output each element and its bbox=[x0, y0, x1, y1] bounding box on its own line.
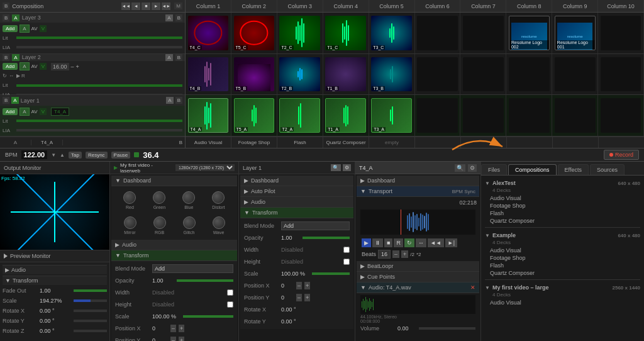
layer2-clip-4[interactable]: T1_B bbox=[323, 54, 369, 95]
layer3-ab[interactable]: A bbox=[165, 14, 172, 21]
layer2-clip-7[interactable] bbox=[460, 54, 506, 95]
knob-red[interactable] bbox=[123, 191, 136, 204]
layer3-clip-2[interactable]: T5_C bbox=[231, 13, 277, 53]
layer3-v-btn[interactable]: V bbox=[40, 25, 47, 32]
layer3-av-btn[interactable]: AV bbox=[31, 26, 38, 31]
t4a-stop-btn[interactable]: ■ bbox=[384, 238, 392, 247]
prev-frame-btn[interactable]: ◄ bbox=[131, 3, 140, 10]
record-btn[interactable]: Record bbox=[604, 150, 639, 160]
l1-scale-value[interactable]: 100.00 % bbox=[281, 271, 309, 277]
posy-plus[interactable]: + bbox=[179, 337, 184, 341]
layer1-dashboard-header[interactable]: ▶ Dashboard bbox=[240, 176, 353, 186]
layer3-clip-1[interactable]: T4_C bbox=[186, 13, 231, 53]
alextest-collapse[interactable]: ▼ bbox=[485, 181, 490, 186]
audio-acc-header[interactable]: ▶ Audio bbox=[111, 240, 237, 250]
rotate-zl-value[interactable]: 0.00 ° bbox=[40, 328, 71, 334]
layer2-clip-1[interactable]: T4_B bbox=[186, 54, 231, 95]
l1-width-value[interactable]: Disabled bbox=[281, 247, 341, 253]
preview-monitor-header[interactable]: Preview Monitor bbox=[0, 250, 109, 262]
video-panel-collapse[interactable]: ▶ bbox=[114, 165, 118, 170]
layer1-clip-9[interactable] bbox=[552, 95, 598, 136]
fade-out-bar[interactable] bbox=[74, 289, 107, 292]
l1-posy-value[interactable]: 0 bbox=[281, 294, 294, 301]
deck-footage-shop[interactable]: Footage Shop bbox=[231, 137, 277, 148]
rotate-yl-bar[interactable] bbox=[74, 320, 107, 322]
t4a-search-btn[interactable]: 🔍 bbox=[455, 164, 465, 172]
layer3-clip-6[interactable] bbox=[415, 13, 461, 53]
audio-section-header[interactable]: ▶ Audio bbox=[3, 265, 107, 274]
layer1-a-btn[interactable]: A bbox=[11, 97, 18, 104]
col-header-2[interactable]: Column 2 bbox=[231, 0, 277, 12]
volume-bar[interactable] bbox=[419, 327, 475, 330]
volume-value[interactable]: 0.00 bbox=[397, 325, 416, 332]
layer2-b-btn[interactable]: B bbox=[3, 54, 9, 61]
col-header-7[interactable]: Column 7 bbox=[460, 0, 506, 12]
l1-blend-value[interactable]: Add bbox=[281, 221, 350, 230]
example-item-3[interactable]: Quartz Composer bbox=[485, 269, 640, 277]
layer1-search-btn[interactable]: 🔍 bbox=[331, 164, 341, 171]
deck-empty[interactable]: empty bbox=[369, 137, 415, 148]
deck-quartz[interactable]: Quartz Composer bbox=[323, 137, 369, 148]
layer1-clip-1[interactable]: T4_A bbox=[186, 95, 231, 136]
layer3-b-btn[interactable]: B bbox=[3, 14, 9, 21]
layer1-clip-7[interactable] bbox=[460, 95, 506, 136]
t4a-arrows-btn[interactable]: ↔ bbox=[416, 238, 426, 247]
play-btn[interactable]: ► bbox=[152, 3, 160, 10]
layer1-clip-8[interactable] bbox=[506, 95, 552, 136]
l1-posy-plus[interactable]: + bbox=[304, 294, 310, 301]
compositions-tab[interactable]: Compositions bbox=[508, 164, 557, 175]
layer1-clip-6[interactable] bbox=[415, 95, 461, 136]
col-header-6[interactable]: Column 6 bbox=[415, 0, 461, 12]
rotate-xl-bar[interactable] bbox=[74, 310, 107, 312]
blend-mode-value[interactable]: Add bbox=[152, 264, 233, 273]
layer2-minus[interactable]: – bbox=[71, 64, 74, 70]
posx-plus[interactable]: + bbox=[179, 325, 184, 332]
layer2-clip-6[interactable] bbox=[415, 54, 461, 95]
posx-value[interactable]: 0 bbox=[152, 325, 168, 332]
col-header-8[interactable]: Column 8 bbox=[506, 0, 552, 12]
col-header-1[interactable]: Column 1 bbox=[186, 0, 231, 12]
layer1-add-btn[interactable]: Add bbox=[3, 108, 18, 115]
layer2-a-btn[interactable]: A bbox=[12, 54, 19, 61]
beats-plus[interactable]: + bbox=[401, 250, 408, 258]
alextest-item-0[interactable]: Audio Visual bbox=[485, 194, 640, 202]
rotate-yl-value[interactable]: 0.00 ° bbox=[40, 318, 71, 324]
l1-rotatey-value[interactable]: 0.00 ° bbox=[281, 318, 350, 325]
layer2-clip-2[interactable]: T5_B bbox=[231, 54, 277, 95]
resync-btn[interactable]: Resync bbox=[86, 152, 108, 159]
layer1-settings-btn[interactable]: ⚙ bbox=[343, 164, 351, 171]
knob-wave[interactable] bbox=[213, 216, 225, 229]
example-item-0[interactable]: Audio Visual bbox=[485, 247, 640, 254]
layer1-autopilot-header[interactable]: ▶ Auto Pilot bbox=[240, 186, 353, 197]
next-btn[interactable]: ◄► bbox=[162, 3, 170, 10]
layer2-add-btn[interactable]: Add bbox=[3, 63, 18, 70]
t4a-transport-header[interactable]: ▼ Transport BPM Sync bbox=[357, 186, 479, 197]
layer1-transform-header[interactable]: ▼ Transform bbox=[240, 208, 353, 218]
layer2-v-btn[interactable]: V bbox=[40, 63, 47, 70]
layer2-r-btn[interactable]: R bbox=[21, 73, 25, 79]
effects-tab[interactable]: Effects bbox=[558, 164, 589, 175]
rotate-zl-bar[interactable] bbox=[74, 330, 107, 332]
layer1-t4a-clip[interactable]: T4_A bbox=[51, 108, 69, 116]
knob-mirror[interactable] bbox=[124, 216, 136, 229]
example-item-2[interactable]: Flash bbox=[485, 262, 640, 269]
layer1-b[interactable]: B bbox=[175, 97, 182, 104]
l1-posx-minus[interactable]: – bbox=[296, 282, 302, 289]
layer1-clip-2[interactable]: T5_A bbox=[231, 95, 277, 136]
video-res-select[interactable]: 1280x720 (1280 x 720) bbox=[175, 164, 235, 171]
layer1-av-btn[interactable]: AV bbox=[31, 109, 38, 115]
t4a-next-btn[interactable]: ►| bbox=[445, 238, 457, 247]
files-tab[interactable]: Files bbox=[481, 164, 507, 175]
col-header-10[interactable]: Column 10 bbox=[598, 0, 644, 12]
layer3-add-btn[interactable]: Add bbox=[3, 25, 18, 32]
t4a-settings-btn[interactable]: ⚙ bbox=[468, 164, 477, 172]
myfirstvideo-item-0[interactable]: Audio Visual bbox=[485, 299, 640, 306]
t4a-loop-btn[interactable]: ↻ bbox=[404, 238, 414, 247]
height-checkbox[interactable] bbox=[227, 301, 233, 308]
layer3-clip-3[interactable]: T2_C bbox=[277, 13, 323, 53]
layer1-clip-4[interactable]: T1_A bbox=[323, 95, 369, 136]
t4a-audio-x[interactable]: ✕ bbox=[470, 284, 475, 291]
height-value[interactable]: Disabled bbox=[152, 301, 225, 308]
layer3-clip-4[interactable]: T1_C bbox=[323, 13, 369, 53]
sources-tab[interactable]: Sources bbox=[590, 164, 625, 175]
